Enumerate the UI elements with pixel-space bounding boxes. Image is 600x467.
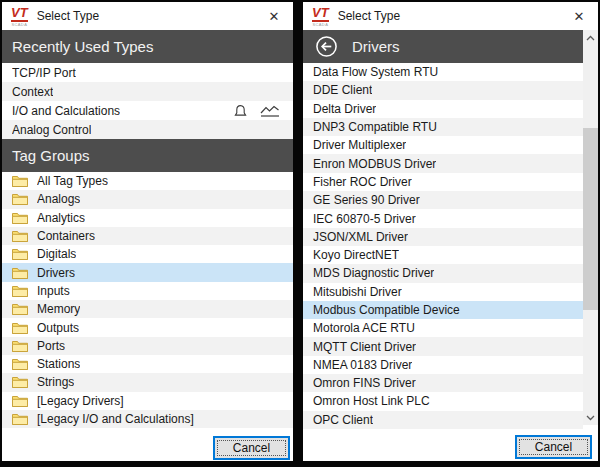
list-item[interactable]: Driver Multiplexer — [303, 136, 583, 154]
folder-icon — [12, 230, 28, 242]
section-header-recently-used: Recently Used Types — [2, 30, 293, 63]
folder-icon — [12, 248, 28, 260]
list-item-label: Stations — [37, 357, 80, 371]
list-item[interactable]: Enron MODBUS Driver — [303, 154, 583, 172]
list-item-label: Ports — [37, 339, 65, 353]
list-item-label: Mitsubishi Driver — [313, 285, 402, 299]
trend-icon[interactable] — [259, 104, 281, 118]
list-item[interactable]: Digitals — [2, 245, 293, 263]
list-item-label: Inputs — [37, 284, 70, 298]
titlebar: VT SCADA Select Type ✕ — [2, 2, 293, 30]
scrollbar[interactable] — [583, 30, 598, 425]
folder-icon — [12, 395, 28, 407]
list-item-label: [Legacy Drivers] — [37, 394, 124, 408]
scroll-up-icon[interactable] — [583, 30, 598, 45]
list-item[interactable]: Strings — [2, 373, 293, 391]
logo-subtext: SCADA — [312, 23, 328, 27]
list-item[interactable]: OPC Client — [303, 411, 583, 429]
list-item[interactable]: MQTT Client Driver — [303, 337, 583, 355]
list-item-label: OPC Client — [313, 413, 373, 427]
list-item[interactable]: Delta Driver — [303, 100, 583, 118]
list-item[interactable]: [Legacy Drivers] — [2, 392, 293, 410]
logo-text: VT — [312, 6, 329, 22]
list-item[interactable]: All Tag Types — [2, 172, 293, 190]
list-item-selected[interactable]: Modbus Compatible Device — [303, 301, 583, 319]
scrollbar-thumb[interactable] — [583, 128, 598, 310]
list-item[interactable]: Analog Control — [2, 120, 293, 139]
list-item[interactable]: TCP/IP Port — [2, 63, 293, 82]
bell-icon[interactable] — [234, 104, 247, 118]
list-item-label: Driver Multiplexer — [313, 138, 406, 152]
section-header-label: Drivers — [352, 38, 400, 55]
list-item-selected[interactable]: Drivers — [2, 263, 293, 281]
list-item-label: Digitals — [37, 247, 76, 261]
list-item[interactable]: Analogs — [2, 190, 293, 208]
list-item-label: TCP/IP Port — [12, 66, 76, 80]
list-item[interactable]: Koyo DirectNET — [303, 246, 583, 264]
list-item[interactable]: JSON/XML Driver — [303, 228, 583, 246]
back-arrow-icon — [315, 35, 338, 58]
list-item[interactable]: Mitsubishi Driver — [303, 283, 583, 301]
list-item[interactable]: Fisher ROC Driver — [303, 173, 583, 191]
list-item-label: IEC 60870-5 Driver — [313, 212, 416, 226]
list-item[interactable]: Analytics — [2, 209, 293, 227]
screenshot-root: VT SCADA Select Type ✕ Recently Used Typ… — [0, 0, 600, 467]
list-item-label: Data Flow System RTU — [313, 65, 438, 79]
close-icon[interactable]: ✕ — [264, 9, 284, 24]
list-item-label: [Legacy I/O and Calculations] — [37, 412, 194, 426]
list-item-label: Enron MODBUS Driver — [313, 157, 436, 171]
list-item[interactable]: Motorola ACE RTU — [303, 319, 583, 337]
back-button[interactable] — [315, 35, 338, 58]
list-item-label: GE Series 90 Driver — [313, 193, 420, 207]
list-item-label: MDS Diagnostic Driver — [313, 266, 434, 280]
row-icons — [234, 104, 283, 118]
list-item-label: DNP3 Compatible RTU — [313, 120, 437, 134]
list-item[interactable]: DDE Client — [303, 81, 583, 99]
list-item-label: Outputs — [37, 321, 79, 335]
list-item[interactable]: Memory — [2, 300, 293, 318]
list-item[interactable]: GE Series 90 Driver — [303, 191, 583, 209]
section-header-tag-groups: Tag Groups — [2, 139, 293, 172]
list-item-label: Analog Control — [12, 123, 91, 137]
list-item[interactable]: I/O and Calculations — [2, 101, 293, 120]
recent-types-list: TCP/IP PortContextI/O and Calculations A… — [2, 63, 293, 139]
close-icon[interactable]: ✕ — [569, 9, 589, 24]
section-header-drivers: Drivers — [303, 30, 583, 63]
cancel-button[interactable]: Cancel — [213, 436, 290, 460]
list-item[interactable]: IEC 60870-5 Driver — [303, 209, 583, 227]
list-item[interactable]: Stations — [2, 355, 293, 373]
folder-icon — [12, 376, 28, 388]
drivers-list: Data Flow System RTUDDE ClientDelta Driv… — [303, 63, 583, 429]
list-item[interactable]: NMEA 0183 Driver — [303, 356, 583, 374]
folder-icon — [12, 358, 28, 370]
list-item[interactable]: Context — [2, 82, 293, 101]
list-item[interactable]: Omron Host Link PLC — [303, 392, 583, 410]
cancel-button[interactable]: Cancel — [515, 435, 592, 459]
titlebar: VT SCADA Select Type ✕ — [303, 2, 598, 30]
folder-icon — [12, 212, 28, 224]
list-item-label: Memory — [37, 302, 80, 316]
list-item[interactable]: Data Flow System RTU — [303, 63, 583, 81]
list-item-label: Delta Driver — [313, 102, 376, 116]
list-item-label: DDE Client — [313, 83, 372, 97]
list-item[interactable]: Ports — [2, 337, 293, 355]
list-item[interactable]: [Legacy I/O and Calculations] — [2, 410, 293, 428]
list-item[interactable]: Inputs — [2, 282, 293, 300]
tag-groups-list: All Tag Types Analogs Analytics Containe… — [2, 172, 293, 428]
list-item[interactable]: MDS Diagnostic Driver — [303, 264, 583, 282]
list-item-label: Koyo DirectNET — [313, 248, 399, 262]
list-item[interactable]: DNP3 Compatible RTU — [303, 118, 583, 136]
list-item-label: Strings — [37, 375, 74, 389]
scroll-down-icon[interactable] — [583, 410, 598, 425]
folder-icon — [12, 322, 28, 334]
list-item-label: MQTT Client Driver — [313, 340, 416, 354]
folder-icon — [12, 267, 28, 279]
vtscada-logo-icon: VT SCADA — [312, 6, 329, 27]
list-item[interactable]: Containers — [2, 227, 293, 245]
folder-icon — [12, 303, 28, 315]
list-item-label: Omron FINS Driver — [313, 376, 416, 390]
list-item[interactable]: Omron FINS Driver — [303, 374, 583, 392]
list-item[interactable]: Outputs — [2, 318, 293, 336]
list-item-label: NMEA 0183 Driver — [313, 358, 412, 372]
section-header-label: Recently Used Types — [12, 38, 153, 55]
